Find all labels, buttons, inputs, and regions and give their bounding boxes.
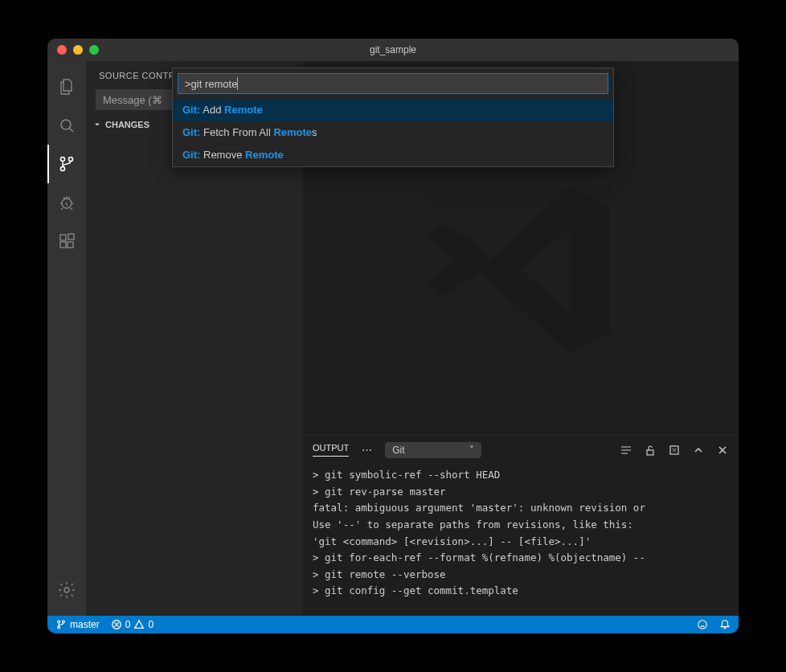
bottom-panel: OUTPUT ⋯ Git > git symbolic-ref --short …: [303, 435, 739, 616]
traffic-lights: [57, 45, 99, 55]
error-count: 0: [125, 619, 131, 630]
panel-actions: [620, 444, 729, 457]
gear-icon: [57, 580, 76, 600]
palette-item[interactable]: Git: Remove Remote: [173, 144, 613, 166]
svg-point-10: [64, 588, 69, 592]
output-channel-select[interactable]: Git: [385, 442, 481, 458]
branch-name: master: [70, 619, 100, 630]
unlock-icon[interactable]: [644, 444, 657, 457]
extensions-tab[interactable]: [47, 222, 86, 260]
svg-point-0: [61, 120, 71, 129]
svg-point-17: [698, 621, 707, 629]
text-cursor: [237, 77, 238, 90]
svg-rect-9: [68, 234, 74, 240]
warning-count: 0: [148, 619, 154, 630]
feedback-icon[interactable]: [697, 619, 708, 630]
debug-tab[interactable]: [47, 183, 86, 222]
source-control-tab[interactable]: [47, 145, 86, 183]
command-palette-list: Git: Add RemoteGit: Fetch From All Remot…: [173, 99, 613, 166]
svg-point-15: [58, 626, 60, 629]
status-bar: master 0 0: [47, 616, 739, 633]
git-branch-icon: [57, 154, 76, 174]
app-window: git_sample SOURCE CONTROL: [47, 39, 739, 633]
files-icon: [57, 77, 76, 96]
svg-rect-7: [60, 242, 66, 248]
activity-bar: [47, 61, 86, 616]
svg-point-4: [61, 167, 65, 171]
output-tab[interactable]: OUTPUT: [313, 443, 349, 457]
search-icon: [57, 116, 76, 135]
command-palette-input[interactable]: >git remote: [178, 73, 608, 94]
extensions-icon: [57, 232, 76, 251]
changes-label: CHANGES: [105, 120, 149, 129]
git-branch-icon: [55, 619, 67, 630]
commit-placeholder: Message (⌘: [103, 94, 162, 106]
window-title: git_sample: [370, 44, 416, 55]
filter-icon[interactable]: [620, 444, 632, 457]
vscode-watermark-icon: [416, 166, 625, 375]
panel-tabs: OUTPUT ⋯ Git: [303, 436, 739, 464]
svg-rect-8: [68, 242, 73, 248]
svg-line-1: [70, 129, 74, 133]
titlebar: git_sample: [47, 39, 739, 61]
command-palette: >git remote Git: Add RemoteGit: Fetch Fr…: [172, 68, 614, 167]
maximize-window-button[interactable]: [89, 45, 99, 55]
close-panel-icon[interactable]: [716, 444, 729, 457]
chevron-down-icon: [92, 120, 102, 129]
output-content[interactable]: > git symbolic-ref --short HEAD > git re…: [303, 464, 739, 616]
palette-item[interactable]: Git: Fetch From All Remotes: [173, 121, 613, 144]
panel-more-button[interactable]: ⋯: [362, 444, 372, 456]
collapse-panel-icon[interactable]: [692, 444, 705, 457]
close-window-button[interactable]: [57, 45, 67, 55]
problems-indicator[interactable]: 0 0: [111, 619, 154, 630]
error-icon: [111, 619, 122, 630]
explorer-tab[interactable]: [47, 68, 86, 106]
svg-point-13: [62, 621, 64, 623]
svg-point-2: [69, 158, 73, 162]
notifications-icon[interactable]: [719, 619, 731, 630]
bug-icon: [57, 193, 76, 212]
svg-rect-6: [60, 235, 66, 240]
settings-gear[interactable]: [47, 571, 86, 609]
clear-output-icon[interactable]: [668, 444, 681, 457]
warning-icon: [133, 619, 145, 630]
palette-input-text: >git remote: [185, 78, 237, 90]
svg-rect-11: [647, 450, 653, 455]
svg-point-14: [58, 621, 60, 623]
output-channel-label: Git: [392, 445, 404, 456]
search-tab[interactable]: [47, 106, 86, 145]
palette-item[interactable]: Git: Add Remote: [173, 99, 613, 121]
minimize-window-button[interactable]: [73, 45, 83, 55]
branch-indicator[interactable]: master: [55, 619, 100, 630]
svg-point-3: [61, 158, 65, 162]
